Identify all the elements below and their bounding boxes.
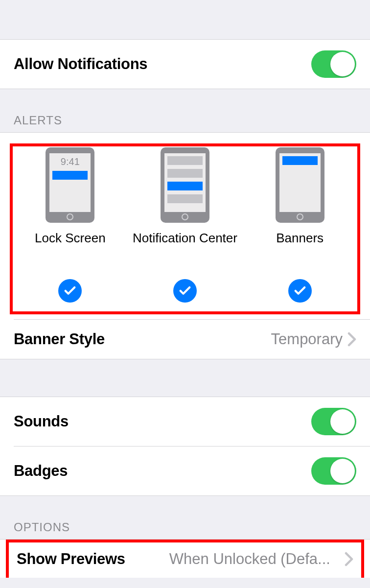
banners-phone-icon [276, 147, 324, 223]
sounds-row[interactable]: Sounds [0, 397, 370, 446]
show-previews-value: When Unlocked (Defa... [135, 550, 330, 568]
checkmark-icon [178, 284, 192, 298]
allow-notifications-label: Allow Notifications [14, 55, 147, 73]
sounds-toggle[interactable] [311, 408, 356, 435]
allow-notifications-row[interactable]: Allow Notifications [0, 39, 370, 89]
toggle-knob [330, 459, 355, 483]
banners-check[interactable] [288, 279, 312, 303]
options-group: Show Previews When Unlocked (Defa... [0, 539, 370, 578]
badges-label: Badges [14, 462, 68, 480]
alerts-highlight-box: 9:41 Lock Screen Notificatio [10, 143, 360, 314]
show-previews-label: Show Previews [17, 550, 125, 568]
lock-screen-notif-bar [52, 171, 88, 180]
nc-bar [167, 169, 203, 178]
banners-label: Banners [276, 231, 324, 246]
nc-bar [167, 156, 203, 165]
badges-toggle[interactable] [311, 457, 356, 485]
nc-bar [167, 194, 203, 203]
lock-screen-phone-icon: 9:41 [46, 147, 94, 223]
banner-style-label: Banner Style [14, 330, 105, 348]
allow-notifications-toggle[interactable] [311, 50, 356, 78]
lock-screen-time: 9:41 [49, 156, 91, 167]
lock-screen-check[interactable] [58, 279, 82, 303]
alerts-panel: 9:41 Lock Screen Notificatio [0, 132, 370, 359]
alert-option-banners[interactable]: Banners [242, 146, 357, 303]
options-section-header: OPTIONS [0, 496, 370, 539]
badges-row[interactable]: Badges [0, 447, 370, 495]
home-button-icon [182, 213, 188, 220]
chevron-right-icon [347, 332, 356, 347]
show-previews-row[interactable]: Show Previews When Unlocked (Defa... [9, 542, 361, 578]
checkmark-icon [63, 284, 77, 298]
sounds-label: Sounds [14, 413, 69, 430]
alert-option-notification-center[interactable]: Notification Center [128, 146, 243, 303]
sounds-badges-group: Sounds Badges [0, 397, 370, 496]
alert-option-lock-screen[interactable]: 9:41 Lock Screen [13, 146, 128, 303]
alerts-section-header: ALERTS [0, 89, 370, 132]
banners-notif-bar [282, 156, 318, 165]
notification-center-phone-icon [161, 147, 209, 223]
home-button-icon [67, 213, 73, 220]
spacer-mid [0, 359, 370, 397]
toggle-knob [330, 52, 355, 76]
lock-screen-label: Lock Screen [35, 231, 106, 246]
banner-style-row[interactable]: Banner Style Temporary [0, 320, 370, 359]
checkmark-icon [293, 284, 307, 298]
home-button-icon [297, 213, 303, 220]
chevron-right-icon [345, 552, 353, 566]
nc-bar-active [167, 182, 203, 190]
notification-center-check[interactable] [173, 279, 197, 303]
spacer-top [0, 0, 370, 39]
toggle-knob [330, 409, 355, 434]
banner-style-value: Temporary [105, 330, 343, 348]
show-previews-highlight-box: Show Previews When Unlocked (Defa... [6, 540, 364, 578]
notification-center-label: Notification Center [133, 231, 237, 246]
